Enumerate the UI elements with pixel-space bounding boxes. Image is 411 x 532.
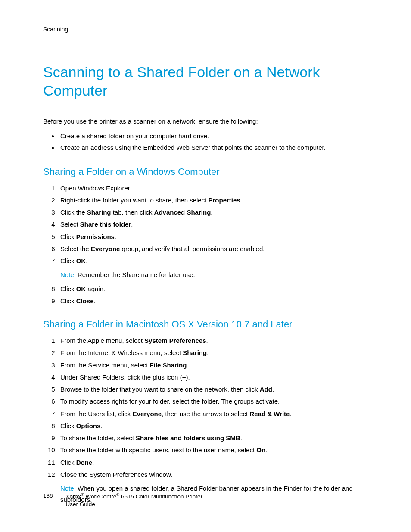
list-item: Create an address using the Embedded Web… xyxy=(59,142,368,153)
windows-heading: Sharing a Folder on a Windows Computer xyxy=(43,166,368,177)
intro-paragraph: Before you use the printer as a scanner … xyxy=(43,117,368,127)
step-item: Click the Sharing tab, then click Advanc… xyxy=(59,207,368,218)
step-item: Click Options. xyxy=(59,420,368,432)
step-item: Click OK.Note: Remember the Share name f… xyxy=(59,255,368,281)
page-number: 136 xyxy=(43,492,53,500)
step-item: Click Close. xyxy=(59,296,368,307)
note: Note: Remember the Share name for later … xyxy=(60,269,368,280)
step-item: Click Permissions. xyxy=(59,231,368,243)
page-footer: 136 Xerox® WorkCentre® 6515 Color Multif… xyxy=(43,492,202,508)
windows-steps: Open Windows Explorer.Right-click the fo… xyxy=(43,183,368,307)
step-item: To share the folder with specific users,… xyxy=(59,445,368,456)
page-title: Scanning to a Shared Folder on a Network… xyxy=(43,63,368,100)
step-item: From the Users list, click Everyone, the… xyxy=(59,408,368,420)
step-item: From the Internet & Wireless menu, selec… xyxy=(59,347,368,358)
step-item: Select Share this folder. xyxy=(59,219,368,230)
step-item: Right-click the folder you want to share… xyxy=(59,195,368,206)
step-item: From the Apple menu, select System Prefe… xyxy=(59,335,368,346)
step-item: Browse to the folder that you want to sh… xyxy=(59,384,368,395)
note-label: Note: xyxy=(60,485,78,492)
step-item: Under Shared Folders, click the plus ico… xyxy=(59,372,368,383)
document-page: Scanning Scanning to a Shared Folder on … xyxy=(0,0,411,532)
step-item: From the Service menu, select File Shari… xyxy=(59,360,368,371)
step-item: To share the folder, select Share files … xyxy=(59,432,368,444)
mac-heading: Sharing a Folder in Macintosh OS X Versi… xyxy=(43,319,368,330)
running-header: Scanning xyxy=(43,26,368,33)
footer-text: Xerox® WorkCentre® 6515 Color Multifunct… xyxy=(66,492,203,508)
prerequisite-list: Create a shared folder on your computer … xyxy=(43,130,368,153)
list-item: Create a shared folder on your computer … xyxy=(59,130,368,142)
step-item: Select the Everyone group, and verify th… xyxy=(59,243,368,255)
step-item: Click Done. xyxy=(59,457,368,468)
step-item: To modify access rights for your folder,… xyxy=(59,396,368,407)
note-label: Note: xyxy=(60,271,78,278)
step-item: Click OK again. xyxy=(59,283,368,295)
mac-steps: From the Apple menu, select System Prefe… xyxy=(43,335,368,506)
step-item: Open Windows Explorer. xyxy=(59,183,368,194)
